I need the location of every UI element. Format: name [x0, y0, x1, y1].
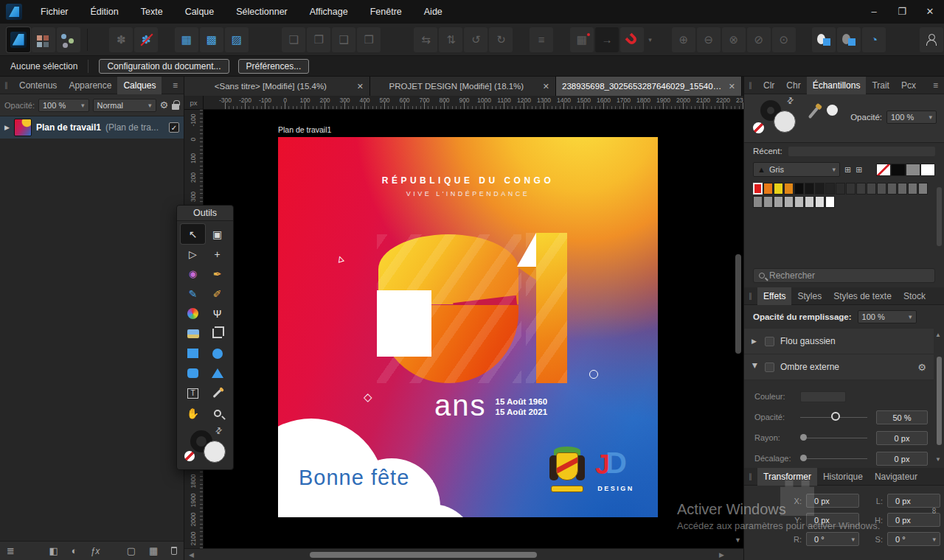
field-input[interactable]: 0 ° ▾: [806, 532, 859, 546]
link-dimensions-icon[interactable]: ∞: [930, 508, 940, 514]
menu-item[interactable]: Fichier: [30, 0, 80, 24]
fill-color-well[interactable]: [774, 111, 796, 133]
pan-tool[interactable]: ✋: [181, 403, 205, 423]
snapping-grid-button[interactable]: ▦: [570, 27, 594, 52]
effect-row[interactable]: ▶ Ombre externe ⚙: [744, 354, 934, 380]
no-color-well[interactable]: [184, 451, 195, 461]
arrange-backward-button[interactable]: ❐: [307, 27, 330, 52]
effects-scrollbar-thumb[interactable]: [937, 357, 942, 445]
panel-tab[interactable]: Styles: [791, 287, 827, 305]
brush-tool[interactable]: ✐: [205, 284, 229, 304]
menu-item[interactable]: Calque: [174, 0, 226, 24]
scroll-left-icon[interactable]: ◀: [189, 551, 194, 559]
swatch[interactable]: [784, 196, 794, 208]
stack-icon[interactable]: ≣: [0, 545, 21, 556]
fill-opacity-dropdown[interactable]: 100 %▾: [858, 310, 917, 323]
flip-vertical-button[interactable]: ⇅: [439, 27, 462, 52]
close-tab-icon[interactable]: ✕: [537, 82, 549, 91]
close-tab-icon[interactable]: ✕: [723, 82, 735, 91]
swatch[interactable]: [815, 183, 825, 195]
artboard-poster[interactable]: RÉPUBLIQUE DU CONGO VIVE L'INDÉPENDANCE: [278, 137, 658, 517]
account-button[interactable]: [920, 27, 943, 52]
swatch[interactable]: [784, 183, 794, 195]
color-picker-tool[interactable]: [205, 383, 229, 403]
pen-tool[interactable]: ✒: [205, 264, 229, 284]
ruler-unit[interactable]: px: [184, 96, 204, 110]
panel-tab[interactable]: Pcx: [895, 77, 922, 94]
panel-tab[interactable]: Historique: [817, 468, 869, 486]
tools-panel-title[interactable]: Outils: [177, 206, 233, 221]
horizontal-scrollbar-thumb[interactable]: [310, 552, 537, 558]
shadow-radius-slider[interactable]: [800, 438, 867, 438]
auto-trace-button[interactable]: ✽: [109, 27, 133, 52]
snap-move-button[interactable]: →: [595, 27, 619, 52]
expand-icon[interactable]: ▶: [752, 363, 759, 371]
preferences-button[interactable]: Préférences...: [238, 59, 310, 74]
swatch[interactable]: [891, 164, 906, 176]
swatch[interactable]: [794, 183, 804, 195]
insert-on-top-button[interactable]: [837, 27, 861, 52]
swatch[interactable]: [877, 183, 886, 195]
swatch[interactable]: [867, 183, 876, 195]
adjustment-icon[interactable]: ◐: [65, 545, 84, 556]
insert-inside-button[interactable]: ◔: [862, 27, 886, 52]
expand-icon[interactable]: ▶: [752, 337, 759, 345]
horizontal-scrollbar[interactable]: ◀ ▶: [184, 548, 743, 560]
menu-item[interactable]: Sélectionner: [225, 0, 299, 24]
pixel-persona-button[interactable]: [32, 27, 55, 52]
swatch[interactable]: [856, 183, 866, 195]
shadow-color-swatch[interactable]: [800, 391, 846, 402]
panel-grip-icon[interactable]: ∥: [744, 292, 757, 300]
swatch[interactable]: [763, 196, 773, 208]
rounded-rectangle-tool[interactable]: [181, 363, 205, 383]
boolean-divide-button[interactable]: ⊘: [747, 27, 771, 52]
new-layer-icon[interactable]: ▢: [120, 545, 142, 556]
toggle-preview-button[interactable]: ✽: [134, 27, 158, 52]
menu-item[interactable]: Fenêtre: [359, 0, 413, 24]
close-tab-icon[interactable]: ✕: [351, 82, 364, 91]
add-swatch-icon[interactable]: ⊞: [856, 167, 862, 173]
point-transform-tool[interactable]: +: [205, 244, 229, 264]
trash-icon[interactable]: [171, 547, 177, 555]
panel-grip-icon[interactable]: ∥: [744, 472, 757, 480]
crop-tool[interactable]: [205, 323, 229, 343]
swatch[interactable]: [825, 196, 835, 208]
field-input[interactable]: 0 ° ▾: [887, 532, 940, 546]
scroll-up-icon[interactable]: ▲: [935, 332, 941, 338]
slider-knob[interactable]: [800, 455, 807, 461]
corner-tool[interactable]: ◉: [181, 264, 205, 284]
swatch[interactable]: [898, 183, 907, 195]
boolean-add-button[interactable]: ⊕: [672, 27, 695, 52]
close-button[interactable]: ✕: [916, 0, 944, 24]
menu-item[interactable]: Édition: [80, 0, 130, 24]
swatch[interactable]: [876, 164, 891, 176]
shadow-opacity-slider[interactable]: [800, 417, 867, 418]
swatch[interactable]: [794, 196, 804, 208]
layer-expand-icon[interactable]: ▶: [4, 124, 10, 131]
move-tool[interactable]: ↖: [181, 224, 205, 244]
arrange-back-button[interactable]: ❏: [282, 27, 305, 52]
swatch[interactable]: [753, 196, 763, 208]
shadow-radius-value[interactable]: 0 px: [876, 431, 928, 445]
swatch-view-icon[interactable]: ⊞: [844, 167, 851, 173]
panel-tab[interactable]: Calques: [117, 77, 162, 94]
swatch-opacity-dropdown[interactable]: 100 %▾: [886, 111, 937, 124]
layer-settings-icon[interactable]: ⚙: [160, 99, 169, 111]
scroll-down-icon[interactable]: ▼: [735, 536, 741, 544]
slider-knob[interactable]: [831, 412, 840, 421]
show-grid-button[interactable]: ▦: [175, 27, 198, 52]
no-color-well[interactable]: [753, 122, 764, 133]
insert-behind-button[interactable]: [812, 27, 836, 52]
document-tab[interactable]: <Sans titre> [Modifié] (15.4%) ✕: [184, 77, 370, 96]
swatch[interactable]: [805, 196, 814, 208]
arrange-forward-button[interactable]: ❑: [332, 27, 355, 52]
layer-row-artboard[interactable]: ▶ Plan de travail1 (Plan de tra... ✓: [0, 116, 184, 139]
gradient-tool[interactable]: [181, 304, 205, 323]
scroll-down-icon[interactable]: ▼: [935, 456, 941, 463]
shadow-opacity-value[interactable]: 50 %: [876, 410, 928, 424]
panel-grip-icon[interactable]: ∥: [0, 81, 13, 89]
scroll-right-icon[interactable]: ▶: [719, 551, 724, 559]
panel-tab[interactable]: Apparence: [63, 77, 117, 94]
artboard-label[interactable]: Plan de travail1: [278, 125, 331, 134]
minimize-button[interactable]: –: [860, 0, 888, 24]
